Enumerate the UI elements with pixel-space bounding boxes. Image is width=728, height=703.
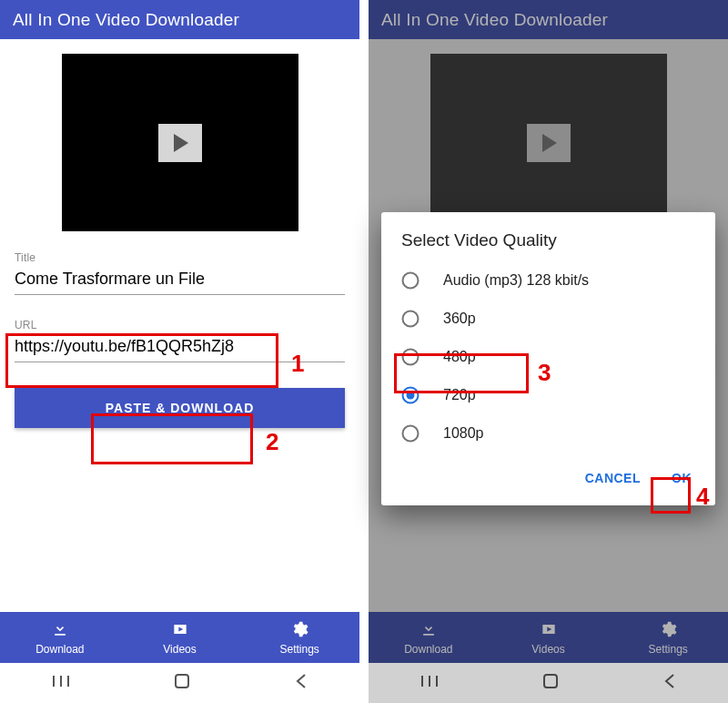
title-label: Title	[15, 251, 345, 264]
dialog-actions: CANCEL OK	[381, 453, 715, 496]
svg-point-9	[403, 350, 419, 365]
video-preview	[430, 54, 667, 231]
quality-option[interactable]: 360p	[381, 300, 715, 338]
bottom-nav: Download Videos Settings	[369, 612, 728, 663]
screen-content: U Select Video Quality Audio (mp3) 128 k…	[369, 39, 728, 612]
url-label: URL	[15, 319, 345, 331]
nav-download-label: Download	[35, 643, 84, 656]
nav-download[interactable]: Download	[369, 612, 489, 663]
nav-settings[interactable]: Settings	[608, 612, 728, 663]
quality-option-label: Audio (mp3) 128 kbit/s	[443, 272, 589, 289]
app-bar: All In One Video Downloader	[369, 0, 728, 39]
svg-rect-5	[176, 675, 188, 688]
home-button[interactable]	[173, 672, 191, 694]
app-title: All In One Video Downloader	[381, 10, 608, 29]
screen-content: Title URL PASTE & DOWNLOAD	[0, 39, 359, 612]
phone-left: All In One Video Downloader Title URL PA…	[0, 0, 359, 703]
videos-icon	[540, 620, 558, 641]
svg-marker-0	[174, 134, 188, 152]
gear-icon	[290, 620, 308, 641]
title-field: Title	[15, 251, 345, 295]
nav-settings-label: Settings	[649, 643, 688, 656]
svg-point-11	[407, 392, 415, 400]
phone-right: All In One Video Downloader U Select Vid…	[369, 0, 728, 703]
play-icon	[158, 124, 202, 162]
quality-dialog: Select Video Quality Audio (mp3) 128 kbi…	[381, 212, 715, 505]
nav-settings-label: Settings	[280, 643, 319, 656]
quality-option[interactable]: 1080p	[381, 414, 715, 453]
gear-icon	[659, 620, 677, 641]
quality-option[interactable]: 480p	[381, 338, 715, 376]
radio-selected-icon	[401, 386, 420, 404]
url-input[interactable]	[15, 333, 345, 362]
quality-option-label: 1080p	[443, 425, 484, 442]
app-bar: All In One Video Downloader	[0, 0, 359, 39]
quality-option[interactable]: Audio (mp3) 128 kbit/s	[381, 261, 715, 300]
quality-option-label: 360p	[443, 311, 476, 327]
paste-download-button[interactable]: PASTE & DOWNLOAD	[15, 388, 345, 428]
nav-download[interactable]: Download	[0, 612, 120, 663]
radio-icon	[401, 348, 420, 366]
back-button[interactable]	[662, 672, 677, 694]
back-button[interactable]	[294, 672, 308, 694]
quality-option-label: 480p	[443, 349, 476, 365]
quality-option-label: 720p	[443, 387, 476, 403]
svg-point-8	[403, 311, 419, 327]
radio-icon	[401, 424, 420, 443]
recent-apps-button[interactable]	[51, 674, 71, 692]
system-nav	[0, 663, 359, 703]
title-input[interactable]	[15, 266, 345, 295]
quality-option[interactable]: 720p	[381, 376, 715, 414]
dialog-title: Select Video Quality	[381, 230, 715, 261]
home-button[interactable]	[541, 672, 560, 694]
bottom-nav: Download Videos Settings	[0, 612, 359, 663]
download-icon	[420, 620, 438, 641]
radio-icon	[401, 310, 420, 328]
nav-download-label: Download	[404, 643, 452, 656]
svg-marker-6	[542, 134, 557, 152]
nav-videos-label: Videos	[531, 643, 564, 656]
videos-icon	[171, 620, 189, 641]
video-preview[interactable]	[62, 54, 298, 231]
nav-videos-label: Videos	[163, 643, 196, 656]
nav-videos[interactable]: Videos	[120, 612, 240, 663]
play-icon	[527, 124, 571, 162]
svg-point-12	[403, 426, 419, 442]
svg-rect-17	[544, 675, 557, 688]
svg-point-7	[403, 273, 419, 289]
ok-button[interactable]: OK	[661, 464, 703, 493]
app-title: All In One Video Downloader	[13, 10, 239, 29]
recent-apps-button[interactable]	[420, 674, 440, 692]
system-nav	[369, 663, 728, 703]
radio-icon	[401, 271, 420, 290]
cancel-button[interactable]: CANCEL	[574, 464, 652, 493]
nav-videos[interactable]: Videos	[489, 612, 609, 663]
nav-settings[interactable]: Settings	[239, 612, 359, 663]
url-field: URL	[15, 319, 345, 362]
download-icon	[51, 620, 69, 641]
